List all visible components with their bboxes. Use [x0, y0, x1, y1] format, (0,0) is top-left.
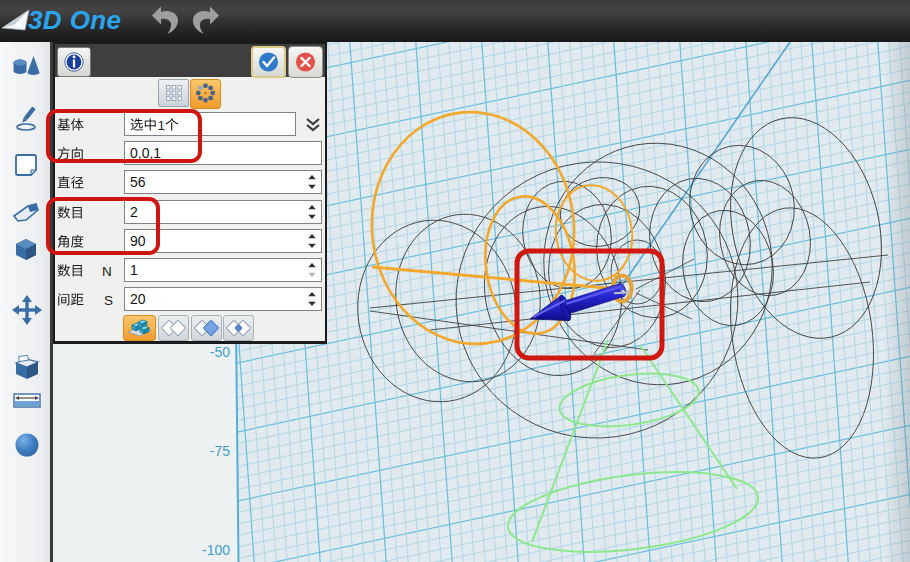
svg-text:N: N — [102, 264, 112, 279]
svg-text:3D One: 3D One — [28, 5, 121, 35]
svg-text:S: S — [104, 293, 113, 308]
svg-text:-50: -50 — [210, 344, 230, 360]
svg-text:-75: -75 — [210, 443, 230, 459]
svg-text:-100: -100 — [202, 542, 230, 558]
